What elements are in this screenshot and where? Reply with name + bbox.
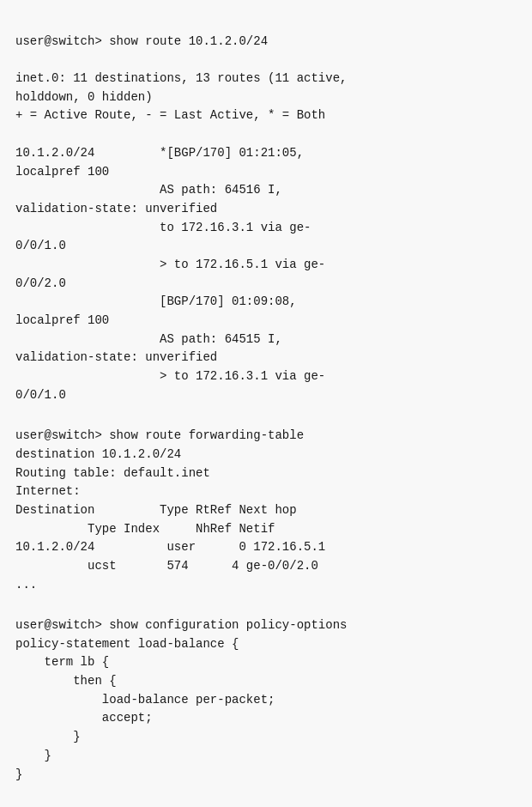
terminal-line: } (15, 766, 517, 785)
terminal-line: localpref 100 (15, 312, 517, 331)
terminal-section-section3: user@switch> show configuration policy-o… (15, 616, 517, 784)
terminal-line: holddown, 0 hidden) (15, 88, 517, 107)
terminal-line: inet.0: 11 destinations, 13 routes (11 a… (15, 70, 517, 88)
terminal-line: } (15, 728, 517, 747)
terminal-line: load-balance per-packet; (15, 691, 517, 710)
terminal-line: user@switch> show route forwarding-table (15, 427, 517, 446)
terminal-line: [BGP/170] 01:09:08, (15, 293, 517, 312)
terminal-line: } (15, 747, 517, 766)
terminal-line: 0/0/1.0 (15, 237, 517, 256)
terminal-line: 0/0/2.0 (15, 275, 517, 294)
terminal-line: validation-state: unverified (15, 349, 517, 367)
terminal-line: AS path: 64516 I, (15, 181, 517, 200)
terminal-output: user@switch> show route 10.1.2.0/24 inet… (15, 14, 517, 784)
terminal-line: policy-statement load-balance { (15, 635, 517, 654)
terminal-line: Destination Type RtRef Next hop (15, 501, 517, 520)
terminal-line: 0/0/1.0 (15, 386, 517, 405)
terminal-line: 10.1.2.0/24 *[BGP/170] 01:21:05, (15, 144, 517, 163)
terminal-line: term lb { (15, 653, 517, 672)
terminal-line: Internet: (15, 482, 517, 501)
terminal-line: user@switch> show route 10.1.2.0/24 (15, 33, 517, 52)
terminal-line: validation-state: unverified (15, 200, 517, 219)
terminal-line: ... (15, 576, 517, 595)
terminal-line: localpref 100 (15, 163, 517, 182)
terminal-line: + = Active Route, - = Last Active, * = B… (15, 106, 517, 125)
terminal-line (15, 594, 517, 613)
terminal-line (15, 404, 517, 423)
terminal-line: AS path: 64515 I, (15, 331, 517, 349)
terminal-line: then { (15, 672, 517, 691)
terminal-line: accept; (15, 709, 517, 728)
terminal-line: Type Index NhRef Netif (15, 520, 517, 539)
terminal-line: > to 172.16.3.1 via ge- (15, 367, 517, 386)
terminal-line: to 172.16.3.1 via ge- (15, 219, 517, 238)
terminal-line: destination 10.1.2.0/24 (15, 446, 517, 464)
terminal-line: user@switch> show configuration policy-o… (15, 616, 517, 635)
terminal-line: ucst 574 4 ge-0/0/2.0 (15, 557, 517, 576)
terminal-line: > to 172.16.5.1 via ge- (15, 256, 517, 275)
terminal-section-section2: user@switch> show route forwarding-table… (15, 427, 517, 613)
terminal-line (15, 125, 517, 144)
terminal-line: 10.1.2.0/24 user 0 172.16.5.1 (15, 538, 517, 557)
terminal-line: Routing table: default.inet (15, 464, 517, 483)
terminal-line (15, 51, 517, 70)
terminal-section-section1: user@switch> show route 10.1.2.0/24 inet… (15, 33, 517, 423)
